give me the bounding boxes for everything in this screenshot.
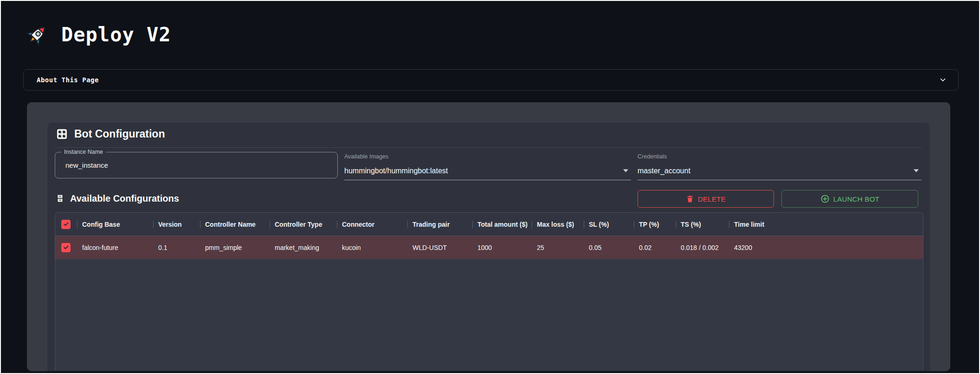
delete-button[interactable]: DELETE <box>638 190 774 208</box>
row-select-cell <box>55 243 77 252</box>
bot-configuration-title: Bot Configuration <box>74 128 165 140</box>
cell-trading-pair: WLD-USDT <box>407 244 472 251</box>
delete-button-label: DELETE <box>698 195 726 203</box>
available-configurations-title: Available Configurations <box>70 193 179 204</box>
select-all-cell <box>55 220 77 229</box>
available-images-select[interactable]: Available Images hummingbot/hummingbot:l… <box>344 152 631 180</box>
bot-configuration-heading: Bot Configuration <box>56 128 165 140</box>
deploy-v2-page: { "header": { "title": "Deploy V2", "log… <box>0 0 980 374</box>
bot-configuration-card: Bot Configuration Instance Name Availabl… <box>47 123 930 371</box>
chevron-down-icon <box>939 76 947 84</box>
column-header-config-base[interactable]: Config Base <box>77 221 153 228</box>
column-header-version[interactable]: Version <box>153 221 200 228</box>
heading-divider <box>55 147 922 148</box>
plus-circle-icon <box>820 194 830 203</box>
main-container: Bot Configuration Instance Name Availabl… <box>27 102 950 371</box>
caret-down-icon <box>914 169 919 172</box>
about-expander[interactable]: About This Page <box>23 69 959 91</box>
page-title: Deploy V2 <box>61 23 171 46</box>
column-header-connector[interactable]: Connector <box>337 221 407 228</box>
row-select-checkbox[interactable] <box>61 243 71 252</box>
instance-name-field[interactable]: Instance Name <box>55 152 338 178</box>
credentials-label: Credentials <box>638 153 667 160</box>
instance-name-input[interactable] <box>64 152 324 178</box>
column-header-ts[interactable]: TS (%) <box>676 221 729 228</box>
cell-sl: 0.05 <box>584 244 634 251</box>
configurations-table: Config Base Version Controller Name Cont… <box>55 212 923 370</box>
caret-down-icon <box>623 169 628 172</box>
column-header-total-amount[interactable]: Total amount ($) <box>472 221 532 228</box>
bot-config-form: Instance Name Available Images hummingbo… <box>55 151 922 181</box>
credentials-select[interactable]: Credentials master_account <box>638 152 922 180</box>
available-images-label: Available Images <box>344 153 388 160</box>
table-row-falcon-future[interactable]: falcon-future 0.1 pmm_simple market_maki… <box>55 236 923 259</box>
column-header-max-loss[interactable]: Max loss ($) <box>532 221 584 228</box>
cell-version: 0.1 <box>153 244 200 251</box>
cell-connector: kucoin <box>337 244 407 251</box>
launch-bot-button-label: LAUNCH BOT <box>833 195 880 203</box>
file-cabinet-icon <box>56 193 64 204</box>
available-images-value: hummingbot/hummingbot:latest <box>344 167 448 175</box>
cell-total-amount: 1000 <box>472 244 532 251</box>
column-header-trading-pair[interactable]: Trading pair <box>407 221 472 228</box>
column-header-sl[interactable]: SL (%) <box>584 221 634 228</box>
cell-config-base: falcon-future <box>77 244 153 251</box>
check-icon <box>63 244 70 251</box>
column-header-controller-type[interactable]: Controller Type <box>270 221 337 228</box>
check-icon <box>63 221 70 228</box>
rocket-icon <box>26 23 49 46</box>
available-configurations-heading: Available Configurations <box>56 193 179 204</box>
select-all-checkbox[interactable] <box>61 220 71 229</box>
column-header-controller-name[interactable]: Controller Name <box>200 221 270 228</box>
credentials-value: master_account <box>638 167 690 175</box>
cell-controller-name: pmm_simple <box>200 244 270 251</box>
control-knobs-icon <box>56 128 68 140</box>
app-header: Deploy V2 <box>26 19 171 50</box>
cell-ts: 0.018 / 0.002 <box>676 244 729 251</box>
cell-tp: 0.02 <box>634 244 676 251</box>
launch-bot-button[interactable]: LAUNCH BOT <box>781 190 918 208</box>
trash-icon <box>686 195 694 203</box>
cell-time-limit: 43200 <box>729 244 774 251</box>
cell-controller-type: market_making <box>270 244 337 251</box>
about-expander-label: About This Page <box>37 76 99 84</box>
table-header-row: Config Base Version Controller Name Cont… <box>55 213 923 236</box>
column-header-time-limit[interactable]: Time limit <box>729 221 774 228</box>
cell-max-loss: 25 <box>532 244 584 251</box>
column-header-tp[interactable]: TP (%) <box>634 221 676 228</box>
